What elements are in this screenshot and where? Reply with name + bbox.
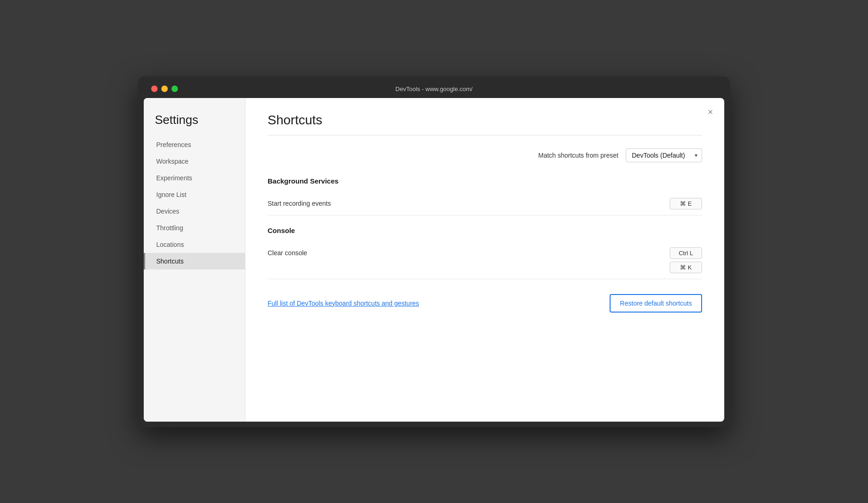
shortcut-name-clear-console: Clear console [268,247,670,257]
title-divider [268,135,702,135]
preset-select[interactable]: DevTools (Default) Visual Studio Code [626,148,702,162]
close-button[interactable]: × [708,107,713,117]
preset-label: Match shortcuts from preset [538,152,618,159]
page-title: Shortcuts [268,113,702,128]
footer-row: Full list of DevTools keyboard shortcuts… [268,294,702,313]
traffic-lights [151,86,178,92]
shortcut-name-start-recording: Start recording events [268,198,670,207]
sidebar-item-shortcuts[interactable]: Shortcuts [144,253,245,270]
main-content: × Shortcuts Match shortcuts from preset … [245,98,724,422]
sidebar-item-preferences[interactable]: Preferences [144,136,245,153]
preset-select-wrapper: DevTools (Default) Visual Studio Code [626,148,702,162]
shortcut-keys-start-recording: ⌘ E [670,198,702,209]
sidebar-nav: Preferences Workspace Experiments Ignore… [144,136,245,270]
sidebar-heading: Settings [144,113,245,136]
titlebar: DevTools - www.google.com/ [144,82,724,98]
key-badge-cmd-k: ⌘ K [670,262,702,273]
preset-row: Match shortcuts from preset DevTools (De… [268,148,702,162]
sidebar-item-devices[interactable]: Devices [144,203,245,220]
key-badge-ctrl-l: Ctrl L [670,247,702,259]
full-list-link[interactable]: Full list of DevTools keyboard shortcuts… [268,300,419,307]
window-content: Settings Preferences Workspace Experimen… [144,98,724,422]
section-background-services: Background Services Start recording even… [268,177,702,215]
sidebar-item-locations[interactable]: Locations [144,236,245,253]
section-background-services-title: Background Services [268,177,702,185]
sidebar-item-experiments[interactable]: Experiments [144,170,245,186]
shortcut-row-clear-console: Clear console Ctrl L ⌘ K [268,242,702,279]
sidebar-item-workspace[interactable]: Workspace [144,153,245,170]
minimize-traffic-light[interactable] [161,86,168,92]
section-console: Console Clear console Ctrl L ⌘ K [268,227,702,279]
sidebar-item-ignore-list[interactable]: Ignore List [144,186,245,203]
close-traffic-light[interactable] [151,86,158,92]
window-title: DevTools - www.google.com/ [396,86,473,92]
restore-defaults-button[interactable]: Restore default shortcuts [610,294,702,313]
shortcut-row-start-recording: Start recording events ⌘ E [268,192,702,215]
maximize-traffic-light[interactable] [171,86,178,92]
key-badge-cmd-e: ⌘ E [670,198,702,209]
shortcut-keys-clear-console: Ctrl L ⌘ K [670,247,702,273]
section-console-title: Console [268,227,702,234]
sidebar: Settings Preferences Workspace Experimen… [144,98,245,422]
sidebar-item-throttling[interactable]: Throttling [144,220,245,236]
window: DevTools - www.google.com/ Settings Pref… [138,76,730,427]
